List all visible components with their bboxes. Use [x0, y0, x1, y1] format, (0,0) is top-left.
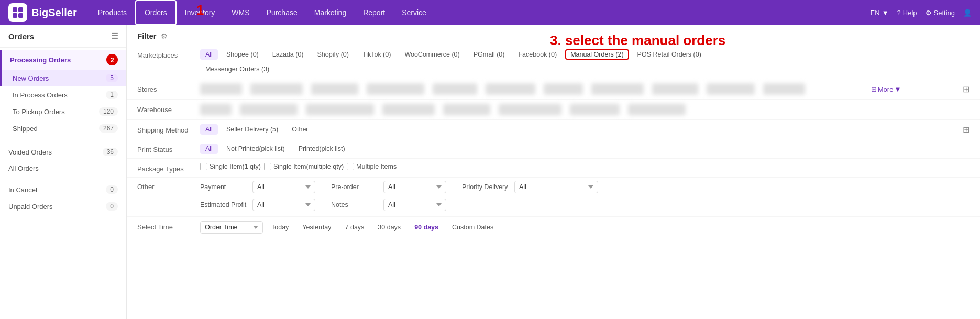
nav-wms[interactable]: WMS	[223, 0, 258, 25]
marketplace-tab-woocommerce[interactable]: WooCommerce (0)	[399, 49, 465, 60]
warehouse-block-6	[499, 104, 561, 115]
pkg-multiple-label: Multiple Items	[356, 163, 397, 170]
marketplace-tab-manual[interactable]: Manual Orders (2)	[565, 49, 629, 60]
filter-settings-icon[interactable]: ⚙	[161, 32, 168, 40]
time-tab-custom[interactable]: Custom Dates	[447, 222, 499, 233]
select-time-label: Select Time	[137, 221, 200, 231]
warehouse-label: Warehouse	[137, 104, 200, 114]
pkg-single-m[interactable]: Single Item(multiple qty)	[264, 163, 344, 170]
shipping-label: Shipping Method	[137, 124, 200, 134]
sidebar-item-to-pickup[interactable]: To Pickup Orders 120	[0, 103, 126, 120]
sidebar-item-in-cancel[interactable]: In Cancel 0	[0, 181, 126, 198]
filter-row-print-status: Print Status All Not Printed(pick list) …	[127, 139, 980, 159]
est-profit-select[interactable]: All	[252, 199, 315, 211]
nav-purchase[interactable]: Purchase	[258, 0, 306, 25]
lang-selector[interactable]: EN ▼	[871, 9, 889, 17]
marketplace-tab-shopee[interactable]: Shopee (0)	[221, 49, 264, 60]
time-tab-7days[interactable]: 7 days	[340, 222, 370, 233]
sidebar-group-processing-label: Processing Orders	[10, 56, 71, 64]
help-link[interactable]: ? Help	[897, 9, 917, 17]
nav-products[interactable]: Products	[90, 0, 135, 25]
sidebar-item-all-orders[interactable]: All Orders	[0, 160, 126, 177]
shipping-tab-seller[interactable]: Seller Delivery (5)	[221, 124, 283, 135]
sidebar-divider-1	[0, 141, 126, 141]
est-profit-label: Estimated Profit	[200, 201, 247, 208]
svg-rect-0	[13, 7, 17, 12]
main-content: Filter ⚙ Marketplaces All Shopee (0) Laz…	[127, 25, 980, 319]
stores-icon: ⊞	[963, 84, 970, 94]
other-row2: Estimated Profit All Notes All	[200, 199, 970, 211]
filter-row-select-time: Select Time Order Time Today Yesterday 7…	[127, 217, 980, 238]
sidebar-item-unpaid[interactable]: Unpaid Orders 0	[0, 198, 126, 215]
sidebar-item-new-orders[interactable]: New Orders 5	[0, 70, 126, 86]
sidebar-item-unpaid-badge: 0	[106, 202, 118, 211]
notes-label: Notes	[331, 201, 378, 208]
pkg-checkbox-single-m[interactable]	[264, 163, 271, 170]
time-tab-yesterday[interactable]: Yesterday	[297, 222, 336, 233]
time-tab-today[interactable]: Today	[266, 222, 294, 233]
package-types-content: Single Item(1 qty) Single Item(multiple …	[200, 163, 970, 170]
nav-service[interactable]: Service	[393, 0, 435, 25]
logo-text: BigSeller	[31, 7, 77, 19]
warehouse-block-5	[443, 104, 490, 115]
priority-select[interactable]: All	[514, 181, 598, 193]
logo[interactable]: BigSeller	[8, 3, 77, 22]
marketplace-tab-shopify[interactable]: Shopify (0)	[312, 49, 354, 60]
pkg-checkbox-multiple[interactable]	[347, 163, 354, 170]
marketplace-tab-lazada[interactable]: Lazada (0)	[267, 49, 309, 60]
time-type-select[interactable]: Order Time	[200, 221, 263, 234]
nav-inventory[interactable]: Inventory	[177, 0, 224, 25]
pkg-checkbox-single1[interactable]	[200, 163, 207, 170]
nav-orders[interactable]: Orders	[135, 0, 177, 25]
shipping-tab-other[interactable]: Other	[287, 124, 313, 135]
setting-link[interactable]: ⚙ Setting	[926, 9, 955, 17]
sidebar-item-shipped-label: Shipped	[13, 125, 38, 133]
marketplace-tab-all[interactable]: All	[200, 49, 218, 60]
marketplace-tab-facebook[interactable]: Facebook (0)	[513, 49, 562, 60]
time-tab-90days[interactable]: 90 days	[409, 222, 444, 233]
sidebar-item-in-process[interactable]: In Process Orders 1	[0, 86, 126, 103]
sidebar-section-processing: Processing Orders 2 New Orders 5 In Proc…	[0, 48, 126, 139]
marketplaces-content: All Shopee (0) Lazada (0) Shopify (0) Ti…	[200, 49, 970, 74]
step2-badge: 2	[106, 54, 118, 65]
marketplaces-label: Marketplaces	[137, 49, 200, 59]
payment-select[interactable]: All	[252, 181, 315, 193]
filter-title: Filter	[137, 31, 157, 40]
filter-row-warehouse: Warehouse	[127, 100, 980, 120]
pkg-multiple[interactable]: Multiple Items	[347, 163, 397, 170]
filter-row-other: Other Payment All Pre-order All Priority…	[127, 178, 980, 217]
nav-marketing[interactable]: Marketing	[306, 0, 355, 25]
store-block-10	[707, 83, 755, 95]
sidebar-item-in-cancel-badge: 0	[106, 185, 118, 194]
print-status-content: All Not Printed(pick list) Printed(pick …	[200, 144, 970, 154]
time-tab-30days[interactable]: 30 days	[372, 222, 406, 233]
sidebar-divider-2	[0, 179, 126, 179]
print-tab-not-printed[interactable]: Not Printed(pick list)	[221, 144, 290, 154]
stores-more-button[interactable]: ⊞ More ▼	[871, 85, 901, 93]
svg-rect-2	[13, 13, 17, 18]
sidebar-item-voided[interactable]: Voided Orders 36	[0, 144, 126, 160]
notes-select[interactable]: All	[383, 199, 446, 211]
store-block-8	[591, 83, 644, 95]
shipping-tab-all[interactable]: All	[200, 124, 218, 135]
user-avatar[interactable]: 👤	[963, 9, 972, 17]
marketplace-tab-pgmall[interactable]: PGmall (0)	[468, 49, 510, 60]
preorder-select[interactable]: All	[383, 181, 446, 193]
warehouse-block-8	[628, 104, 686, 115]
sidebar-collapse-icon[interactable]: ☰	[111, 31, 118, 41]
print-tab-all[interactable]: All	[200, 144, 218, 154]
main-layout: Orders ☰ Processing Orders 2 New Orders …	[0, 25, 980, 319]
other-label: Other	[137, 181, 200, 191]
marketplace-tab-pos[interactable]: POS Retail Orders (0)	[632, 49, 707, 60]
store-block-7	[544, 83, 583, 95]
marketplace-tab-messenger[interactable]: Messenger Orders (3)	[200, 64, 274, 74]
pkg-single1[interactable]: Single Item(1 qty)	[200, 163, 261, 170]
nav-report[interactable]: Report	[355, 0, 393, 25]
print-tab-printed[interactable]: Printed(pick list)	[293, 144, 350, 154]
topnav-right: EN ▼ ? Help ⚙ Setting 👤	[871, 9, 972, 17]
sidebar-item-shipped[interactable]: Shipped 267	[0, 120, 126, 137]
marketplace-row2: Messenger Orders (3)	[200, 64, 970, 74]
filter-row-stores: Stores ⊞ More ▼	[127, 79, 980, 100]
sidebar-group-processing[interactable]: Processing Orders 2	[0, 50, 126, 70]
marketplace-tab-tiktok[interactable]: TikTok (0)	[357, 49, 396, 60]
